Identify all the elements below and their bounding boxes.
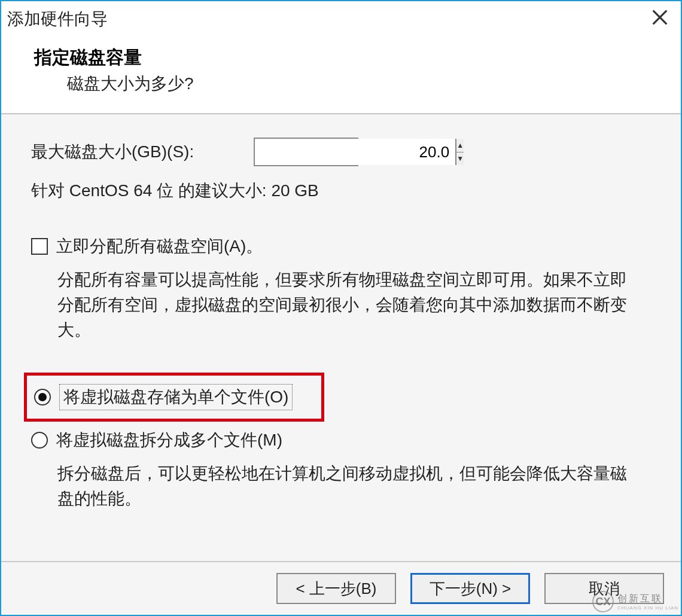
close-icon[interactable] xyxy=(650,7,670,32)
split-file-radio-row[interactable]: 将虚拟磁盘拆分成多个文件(M) xyxy=(31,429,651,452)
titlebar: 添加硬件向导 xyxy=(1,1,681,37)
single-file-highlight: 将虚拟磁盘存储为单个文件(O) xyxy=(24,373,324,422)
watermark-brand: 创新互联 xyxy=(617,593,678,605)
spinner-up-button[interactable]: ▲ xyxy=(456,139,464,153)
header-panel: 指定磁盘容量 磁盘大小为多少? xyxy=(1,37,681,114)
split-file-desc: 拆分磁盘后，可以更轻松地在计算机之间移动虚拟机，但可能会降低大容量磁盘的性能。 xyxy=(31,461,629,511)
allocate-label: 立即分配所有磁盘空间(A)。 xyxy=(56,235,263,258)
watermark: CX 创新互联 CHUANG XIN HU LIAN xyxy=(592,591,678,612)
page-subtitle: 磁盘大小为多少? xyxy=(34,72,681,95)
allocate-checkbox-row[interactable]: 立即分配所有磁盘空间(A)。 xyxy=(31,235,651,258)
disk-size-row: 最大磁盘大小(GB)(S): ▲ ▼ xyxy=(31,138,651,166)
single-file-label: 将虚拟磁盘存储为单个文件(O) xyxy=(59,384,293,410)
split-file-radio[interactable] xyxy=(31,432,48,449)
chevron-down-icon: ▼ xyxy=(456,155,464,162)
allocate-desc: 分配所有容量可以提高性能，但要求所有物理磁盘空间立即可用。如果不立即分配所有空间… xyxy=(31,267,629,343)
wizard-window: 添加硬件向导 指定磁盘容量 磁盘大小为多少? 最大磁盘大小(GB)(S): ▲ … xyxy=(0,0,682,616)
recommend-text: 针对 CentOS 64 位 的建议大小: 20 GB xyxy=(31,179,651,202)
page-title: 指定磁盘容量 xyxy=(34,45,681,70)
disk-size-input[interactable] xyxy=(255,139,455,165)
back-button[interactable]: < 上一步(B) xyxy=(276,573,396,604)
next-button[interactable]: 下一步(N) > xyxy=(410,573,530,604)
chevron-up-icon: ▲ xyxy=(456,142,464,149)
disk-size-spinner[interactable]: ▲ ▼ xyxy=(254,138,358,166)
window-title: 添加硬件向导 xyxy=(7,8,108,31)
split-file-label: 将虚拟磁盘拆分成多个文件(M) xyxy=(56,429,282,452)
watermark-logo-icon: CX xyxy=(592,591,614,612)
single-file-radio-row[interactable]: 将虚拟磁盘存储为单个文件(O) xyxy=(34,384,314,410)
single-file-radio[interactable] xyxy=(34,389,51,405)
footer: < 上一步(B) 下一步(N) > 取消 xyxy=(1,561,681,615)
disk-size-label: 最大磁盘大小(GB)(S): xyxy=(31,141,194,163)
spinner-down-button[interactable]: ▼ xyxy=(456,153,464,166)
allocate-checkbox[interactable] xyxy=(31,238,48,255)
body-panel: 最大磁盘大小(GB)(S): ▲ ▼ 针对 CentOS 64 位 的建议大小:… xyxy=(1,114,681,561)
spinner-buttons: ▲ ▼ xyxy=(455,139,464,165)
watermark-sub: CHUANG XIN HU LIAN xyxy=(617,605,678,611)
